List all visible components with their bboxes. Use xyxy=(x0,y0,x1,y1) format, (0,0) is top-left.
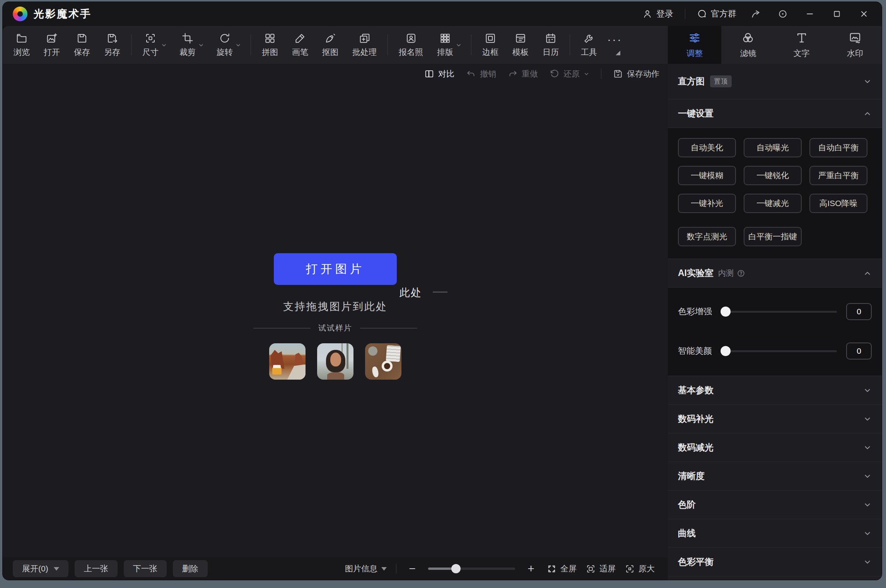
samples-divider: 试试样片 xyxy=(253,323,417,333)
auto-white-balance-button[interactable]: 自动白平衡 xyxy=(809,138,867,157)
toolbar-save-as[interactable]: 另存 xyxy=(104,32,120,58)
auto-exposure-button[interactable]: 自动曝光 xyxy=(744,138,802,157)
toolbar-template[interactable]: 模板 xyxy=(512,32,529,58)
toolbar-batch[interactable]: 批处理 xyxy=(352,32,377,58)
color-enhance-slider[interactable] xyxy=(724,311,837,313)
zoom-out-button[interactable]: − xyxy=(406,562,419,575)
save-as-icon xyxy=(106,32,118,44)
toolbar-collage[interactable]: 拼图 xyxy=(262,32,278,58)
redo-button[interactable]: 重做 xyxy=(508,68,538,79)
one-click-fill-light-button[interactable]: 一键补光 xyxy=(678,194,736,213)
smart-beauty-value[interactable]: 0 xyxy=(846,343,872,360)
app-logo-icon xyxy=(13,7,27,21)
compare-button[interactable]: 对比 xyxy=(424,68,454,79)
sample-photo-desert[interactable] xyxy=(269,343,306,380)
slider-handle[interactable] xyxy=(720,346,731,356)
toolbar-brush[interactable]: 画笔 xyxy=(292,32,308,58)
high-iso-denoise-button[interactable]: 高ISO降噪 xyxy=(809,194,867,213)
tab-adjust[interactable]: 调整 xyxy=(668,26,721,64)
zoom-slider-handle[interactable] xyxy=(451,564,461,573)
tab-filters[interactable]: 滤镜 xyxy=(721,26,775,64)
toolbar-id-photo[interactable]: 报名照 xyxy=(399,32,423,58)
section-basic-params[interactable]: 基本参数 xyxy=(668,376,882,405)
section-curves[interactable]: 曲线 xyxy=(668,519,882,548)
section-histogram[interactable]: 直方图 置顶 xyxy=(668,64,882,99)
chevron-down-icon[interactable] xyxy=(161,42,167,48)
one-click-sharpen-button[interactable]: 一键锐化 xyxy=(744,166,802,185)
official-group-button[interactable]: 官方群 xyxy=(697,8,736,20)
digital-spot-metering-button[interactable]: 数字点测光 xyxy=(678,227,736,246)
toolbar-resize[interactable]: 尺寸 xyxy=(142,32,159,58)
section-ai-lab[interactable]: AI实验室 内测 xyxy=(668,259,882,288)
undo-button[interactable]: 撤销 xyxy=(466,68,496,79)
stray-overlap-text: 此处 xyxy=(399,286,422,300)
fullscreen-button[interactable]: 全屏 xyxy=(547,563,577,574)
section-one-click[interactable]: 一键设置 xyxy=(668,99,882,128)
settings-button[interactable] xyxy=(775,6,790,22)
one-click-dim-light-button[interactable]: 一键减光 xyxy=(744,194,802,213)
color-enhance-value[interactable]: 0 xyxy=(846,303,872,320)
toolbar-open[interactable]: 打开 xyxy=(44,32,60,58)
white-balance-one-key-button[interactable]: 白平衡一指键 xyxy=(744,227,802,246)
expand-button[interactable]: 展开(0) xyxy=(13,560,68,577)
toolbar-tools[interactable]: 工具 xyxy=(581,32,597,58)
tab-watermark[interactable]: 水印 xyxy=(828,26,882,64)
share-button[interactable] xyxy=(748,6,763,22)
image-info-dropdown[interactable]: 图片信息 xyxy=(345,563,387,574)
original-size-button[interactable]: 原大 xyxy=(625,563,655,574)
section-color-balance[interactable]: 色彩平衡 xyxy=(668,548,882,576)
thumb-art xyxy=(382,361,393,372)
next-button[interactable]: 下一张 xyxy=(124,560,167,577)
divider-line xyxy=(253,328,311,329)
brush-icon xyxy=(294,32,306,44)
fit-screen-button[interactable]: 适屏 xyxy=(586,563,616,574)
slider-handle[interactable] xyxy=(720,307,731,317)
maximize-button[interactable] xyxy=(829,6,845,22)
open-image-button[interactable]: 打开图片 xyxy=(274,253,397,285)
previous-button[interactable]: 上一张 xyxy=(75,560,118,577)
toolbar-layout[interactable]: 排版 xyxy=(437,32,453,58)
toolbar-more-button[interactable]: ··· xyxy=(607,34,622,55)
toolbar-save[interactable]: 保存 xyxy=(74,32,90,58)
toolbar-browse[interactable]: 浏览 xyxy=(14,32,30,58)
rotate-icon xyxy=(219,32,230,44)
section-clarity[interactable]: 清晰度 xyxy=(668,462,882,491)
minimize-button[interactable] xyxy=(802,6,818,22)
section-levels[interactable]: 色阶 xyxy=(668,491,882,519)
section-digital-fill-light[interactable]: 数码补光 xyxy=(668,405,882,433)
tab-text[interactable]: 文字 xyxy=(775,26,828,64)
sample-photo-portrait[interactable] xyxy=(317,343,353,380)
save-action-button[interactable]: 保存动作 xyxy=(613,68,659,79)
chevron-down-icon xyxy=(863,415,872,423)
titlebar: 光影魔术手 登录 官方群 xyxy=(3,2,882,26)
toolbar-cutout[interactable]: 抠图 xyxy=(322,32,338,58)
pinned-badge: 置顶 xyxy=(710,75,732,87)
section-rgb-tone[interactable]: RGB色调 xyxy=(668,576,882,580)
toolbar-crop[interactable]: 裁剪 xyxy=(179,32,196,58)
chevron-down-icon[interactable] xyxy=(198,42,204,48)
severe-white-balance-button[interactable]: 严重白平衡 xyxy=(809,166,867,185)
stray-line xyxy=(433,291,447,293)
chevron-down-icon[interactable] xyxy=(235,42,241,48)
login-button[interactable]: 登录 xyxy=(642,8,673,20)
zoom-slider[interactable] xyxy=(428,568,515,570)
restore-button[interactable]: 还原 xyxy=(550,68,589,79)
chevron-down-icon[interactable] xyxy=(456,42,462,48)
settings-target-icon xyxy=(778,9,788,19)
help-circle-icon[interactable] xyxy=(737,269,745,278)
chat-bubble-icon xyxy=(697,9,707,19)
smart-beauty-slider[interactable] xyxy=(724,350,837,352)
one-click-blur-button[interactable]: 一键模糊 xyxy=(678,166,736,185)
toolbar-border[interactable]: 边框 xyxy=(482,32,498,58)
section-digital-dim-light[interactable]: 数码减光 xyxy=(668,433,882,462)
auto-beautify-button[interactable]: 自动美化 xyxy=(678,138,736,157)
zoom-in-button[interactable]: + xyxy=(524,562,538,575)
delete-button[interactable]: 删除 xyxy=(173,560,208,577)
sample-photo-desk[interactable] xyxy=(365,343,401,380)
sample-thumbnails xyxy=(269,343,401,380)
toolbar-calendar[interactable]: 日历 xyxy=(543,32,559,58)
chevron-down-icon[interactable] xyxy=(584,71,589,77)
thumb-art xyxy=(327,372,344,380)
toolbar-rotate[interactable]: 旋转 xyxy=(217,32,233,58)
close-button[interactable] xyxy=(856,6,872,22)
